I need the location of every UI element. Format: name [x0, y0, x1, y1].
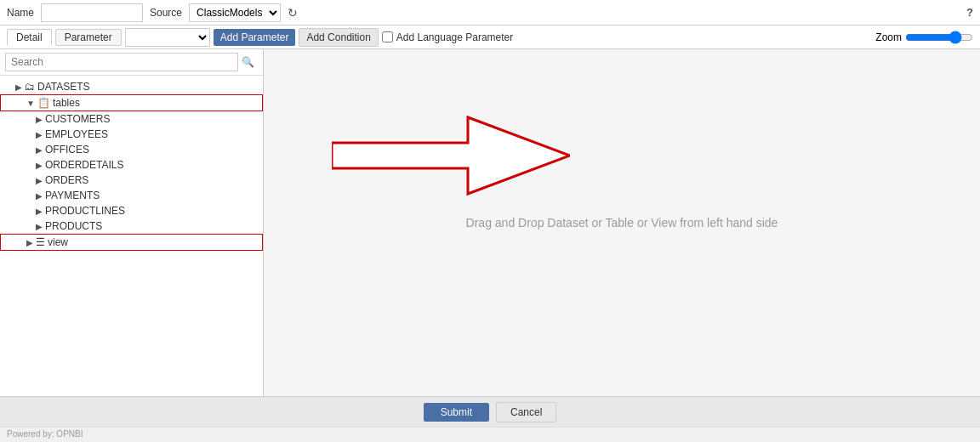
offices-arrow: ▶: [36, 145, 43, 155]
tree-item-orderdetails[interactable]: ▶ ORDERDETAILS: [0, 157, 263, 173]
drag-drop-placeholder: Drag and Drop Dataset or Table or View f…: [466, 216, 778, 230]
zoom-label: Zoom: [875, 31, 902, 43]
powered-by-label: Powered by: OPNBI: [7, 429, 83, 439]
tab-detail[interactable]: Detail: [7, 29, 52, 46]
bottom-bar: Submit Cancel: [0, 396, 980, 427]
add-condition-button[interactable]: Add Condition: [299, 28, 378, 47]
search-icon[interactable]: 🔍: [238, 56, 258, 68]
tree-view: ▶ 🗂 DATASETS ▼ 📋 tables ▶ CUSTOMERS: [0, 76, 263, 396]
right-panel: Drag and Drop Dataset or Table or View f…: [264, 49, 980, 396]
payments-arrow: ▶: [36, 191, 43, 201]
products-arrow: ▶: [36, 222, 43, 231]
customers-label: CUSTOMERS: [45, 113, 110, 125]
orders-label: ORDERS: [45, 174, 88, 186]
name-input[interactable]: [41, 3, 143, 22]
source-label: Source: [150, 7, 182, 19]
lang-param-label: Add Language Parameter: [396, 31, 513, 43]
tree-item-payments[interactable]: ▶ PAYMENTS: [0, 188, 263, 203]
view-icon: ☰: [36, 236, 45, 248]
tree-item-orders[interactable]: ▶ ORDERS: [0, 173, 263, 188]
offices-label: OFFICES: [45, 144, 89, 156]
tables-arrow: ▼: [26, 99, 35, 108]
footer: Powered by: OPNBI: [0, 427, 980, 442]
payments-label: PAYMENTS: [45, 190, 100, 201]
search-input[interactable]: [5, 53, 238, 71]
tree-item-datasets[interactable]: ▶ 🗂 DATASETS: [0, 79, 263, 94]
tables-label: tables: [53, 97, 80, 109]
add-parameter-button[interactable]: Add Parameter: [214, 29, 296, 46]
productlines-label: PRODUCTLINES: [45, 205, 125, 217]
products-label: PRODUCTS: [45, 220, 102, 232]
datasets-arrow: ▶: [15, 82, 22, 92]
tree-item-products[interactable]: ▶ PRODUCTS: [0, 218, 263, 234]
tab-dropdown[interactable]: [125, 28, 210, 47]
content-area: 🔍 ▶ 🗂 DATASETS ▼ 📋 tables ▶: [0, 49, 980, 396]
datasets-label: DATASETS: [37, 81, 90, 93]
arrow-annotation: [332, 100, 570, 213]
productlines-arrow: ▶: [36, 207, 43, 216]
top-bar: Name Source ClassicModels ↻ ?: [0, 0, 980, 26]
zoom-slider[interactable]: [905, 31, 973, 44]
tree-item-employees[interactable]: ▶ EMPLOYEES: [0, 127, 263, 142]
tab-parameter[interactable]: Parameter: [55, 29, 122, 46]
view-arrow: ▶: [26, 238, 33, 247]
tree-item-productlines[interactable]: ▶ PRODUCTLINES: [0, 203, 263, 218]
datasets-icon: 🗂: [25, 81, 35, 93]
employees-arrow: ▶: [36, 130, 43, 139]
name-label: Name: [7, 7, 34, 19]
zoom-area: Zoom: [875, 31, 973, 44]
orderdetails-label: ORDERDETAILS: [45, 159, 123, 171]
tree-item-offices[interactable]: ▶ OFFICES: [0, 142, 263, 157]
cancel-button[interactable]: Cancel: [496, 402, 556, 422]
orders-arrow: ▶: [36, 176, 43, 185]
view-label: view: [48, 236, 68, 248]
submit-button[interactable]: Submit: [424, 403, 489, 422]
tree-item-view[interactable]: ▶ ☰ view: [0, 234, 263, 251]
customers-arrow: ▶: [36, 115, 43, 124]
tables-icon: 📋: [37, 97, 50, 109]
search-bar: 🔍: [0, 49, 263, 76]
orderdetails-arrow: ▶: [36, 161, 43, 170]
employees-label: EMPLOYEES: [45, 128, 108, 140]
source-select[interactable]: ClassicModels: [189, 3, 281, 22]
svg-marker-0: [332, 117, 570, 194]
tree-item-customers[interactable]: ▶ CUSTOMERS: [0, 111, 263, 127]
lang-param-area: Add Language Parameter: [382, 31, 513, 43]
tab-bar: Detail Parameter Add Parameter Add Condi…: [0, 26, 980, 49]
help-button[interactable]: ?: [966, 6, 973, 19]
app-container: Name Source ClassicModels ↻ ? Detail Par…: [0, 0, 980, 442]
lang-param-checkbox[interactable]: [382, 31, 393, 42]
refresh-button[interactable]: ↻: [288, 6, 298, 20]
left-panel: 🔍 ▶ 🗂 DATASETS ▼ 📋 tables ▶: [0, 49, 264, 396]
tree-item-tables[interactable]: ▼ 📋 tables: [0, 94, 263, 111]
